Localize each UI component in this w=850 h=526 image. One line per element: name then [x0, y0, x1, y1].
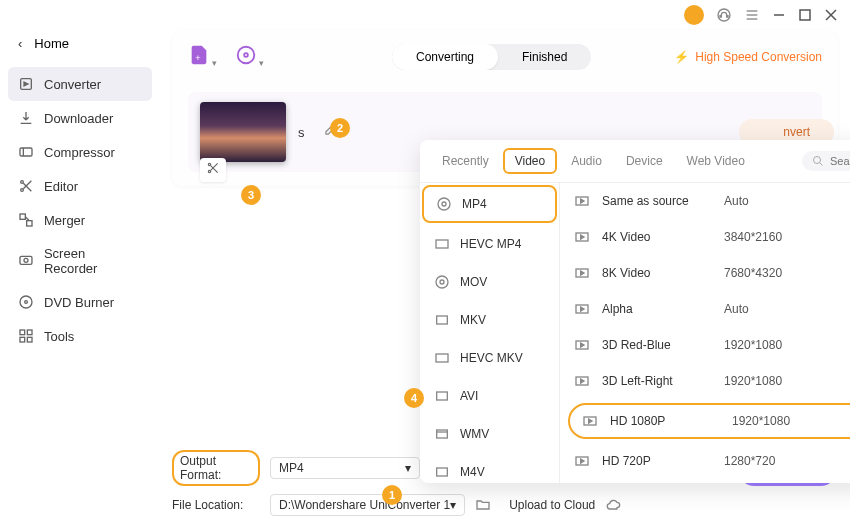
minimize-icon[interactable] [772, 8, 786, 22]
tab-device[interactable]: Device [616, 148, 673, 174]
preset-alpha[interactable]: AlphaAuto [560, 291, 850, 327]
bolt-icon: ⚡ [674, 50, 689, 64]
svg-point-35 [438, 198, 450, 210]
format-m4v[interactable]: M4V [420, 453, 559, 483]
home-nav[interactable]: ‹ Home [8, 30, 152, 57]
high-speed-toggle[interactable]: ⚡ High Speed Conversion [674, 50, 822, 64]
annotation-2: 2 [330, 118, 350, 138]
svg-marker-51 [581, 271, 584, 275]
svg-rect-23 [27, 330, 32, 335]
sidebar-item-screenrecorder[interactable]: Screen Recorder [8, 237, 152, 285]
annotation-3: 3 [241, 185, 261, 205]
format-hevcmkv[interactable]: HEVC MKV [420, 339, 559, 377]
nav-label: Converter [44, 77, 101, 92]
svg-marker-57 [581, 379, 584, 383]
file-location-select[interactable]: D:\Wondershare UniConverter 1▾ [270, 494, 465, 516]
svg-point-27 [238, 47, 255, 64]
svg-rect-15 [20, 214, 25, 219]
back-icon[interactable]: ‹ [18, 36, 22, 51]
video-thumbnail[interactable] [200, 102, 286, 162]
output-format-label: Output Format: [172, 450, 260, 486]
svg-marker-49 [581, 235, 584, 239]
format-mkv[interactable]: MKV [420, 301, 559, 339]
nav-label: Downloader [44, 111, 113, 126]
sidebar-item-dvdburner[interactable]: DVD Burner [8, 285, 152, 319]
sidebar-item-compressor[interactable]: Compressor [8, 135, 152, 169]
preset-hd720p[interactable]: HD 720P1280*720 [560, 443, 850, 479]
svg-point-20 [20, 296, 32, 308]
search-box[interactable] [802, 151, 850, 171]
format-avi[interactable]: AVI [420, 377, 559, 415]
svg-rect-42 [437, 392, 448, 400]
user-avatar[interactable] [684, 5, 704, 25]
svg-marker-59 [589, 419, 592, 423]
svg-point-33 [814, 157, 821, 164]
nav-label: Compressor [44, 145, 115, 160]
video-title: s [298, 125, 305, 140]
format-mov[interactable]: MOV [420, 263, 559, 301]
svg-rect-43 [437, 430, 448, 438]
nav-label: Merger [44, 213, 85, 228]
grid-icon [18, 328, 34, 344]
svg-line-34 [820, 163, 823, 166]
format-hevcmp4[interactable]: HEVC MP4 [420, 225, 559, 263]
preset-8k[interactable]: 8K Video7680*4320 [560, 255, 850, 291]
close-icon[interactable] [824, 8, 838, 22]
status-tabs: Converting Finished [392, 44, 591, 70]
svg-rect-18 [20, 256, 32, 264]
svg-marker-53 [581, 307, 584, 311]
add-file-button[interactable]: +▾ [188, 44, 217, 70]
sidebar-item-merger[interactable]: Merger [8, 203, 152, 237]
add-disc-button[interactable]: ▾ [235, 44, 264, 70]
sidebar-item-downloader[interactable]: Downloader [8, 101, 152, 135]
compress-icon [18, 144, 34, 160]
svg-rect-25 [27, 337, 32, 342]
svg-point-30 [208, 170, 210, 172]
nav-label: DVD Burner [44, 295, 114, 310]
svg-point-11 [21, 181, 24, 184]
svg-point-21 [25, 301, 28, 304]
svg-rect-5 [800, 10, 810, 20]
nav-label: Editor [44, 179, 78, 194]
svg-rect-37 [436, 240, 448, 248]
tab-webvideo[interactable]: Web Video [677, 148, 755, 174]
svg-point-28 [244, 53, 248, 57]
preset-3dleftright[interactable]: 3D Left-Right1920*1080 [560, 363, 850, 399]
sidebar-item-tools[interactable]: Tools [8, 319, 152, 353]
sidebar-item-converter[interactable]: Converter [8, 67, 152, 101]
svg-marker-55 [581, 343, 584, 347]
trim-button[interactable] [200, 158, 226, 182]
hsc-label: High Speed Conversion [695, 50, 822, 64]
preset-3dredblue[interactable]: 3D Red-Blue1920*1080 [560, 327, 850, 363]
svg-rect-9 [20, 148, 32, 156]
cloud-icon[interactable] [605, 497, 621, 513]
output-format-select[interactable]: MP4▾ [270, 457, 420, 479]
svg-rect-41 [436, 354, 448, 362]
format-wmv[interactable]: WMV [420, 415, 559, 453]
converter-icon [18, 76, 34, 92]
tab-recently[interactable]: Recently [432, 148, 499, 174]
tab-video[interactable]: Video [503, 148, 557, 174]
svg-point-36 [442, 202, 446, 206]
tab-finished[interactable]: Finished [498, 44, 591, 70]
svg-rect-22 [20, 330, 25, 335]
tab-converting[interactable]: Converting [392, 44, 498, 70]
preset-hd1080p[interactable]: HD 1080P1920*1080 [568, 403, 850, 439]
preset-list: Same as sourceAuto 4K Video3840*2160 8K … [560, 183, 850, 483]
search-input[interactable] [830, 155, 850, 167]
tab-audio[interactable]: Audio [561, 148, 612, 174]
annotation-4: 4 [404, 388, 424, 408]
svg-point-19 [24, 258, 28, 262]
maximize-icon[interactable] [798, 8, 812, 22]
svg-rect-40 [437, 316, 448, 324]
sidebar-item-editor[interactable]: Editor [8, 169, 152, 203]
preset-sameassource[interactable]: Same as sourceAuto [560, 183, 850, 219]
folder-icon[interactable] [475, 497, 491, 513]
svg-point-39 [440, 280, 444, 284]
preset-4k[interactable]: 4K Video3840*2160 [560, 219, 850, 255]
format-mp4[interactable]: MP4 [422, 185, 557, 223]
menu-icon[interactable] [744, 7, 760, 23]
support-icon[interactable] [716, 7, 732, 23]
format-dropdown: Recently Video Audio Device Web Video MP… [420, 140, 850, 483]
annotation-1: 1 [382, 485, 402, 505]
